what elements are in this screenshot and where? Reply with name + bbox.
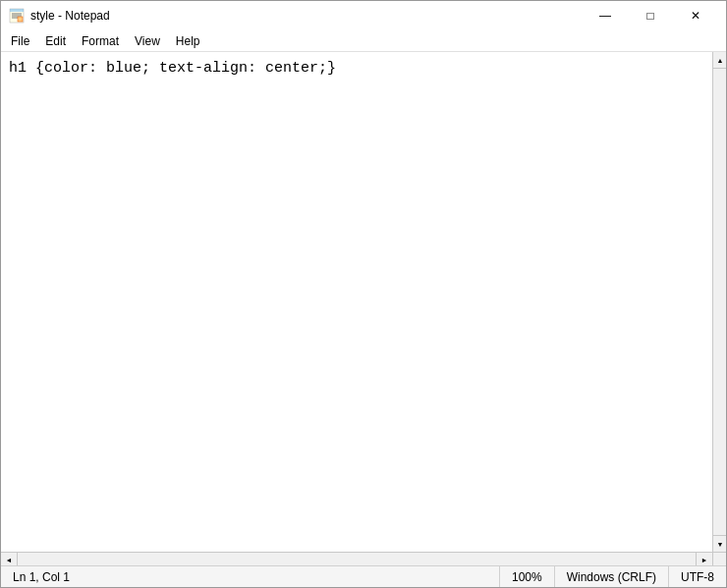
menu-edit[interactable]: Edit: [37, 30, 74, 52]
menu-file[interactable]: File: [3, 30, 37, 52]
scroll-down-button[interactable]: ▼: [713, 535, 726, 552]
horizontal-scrollbar-row: ◄ ►: [1, 552, 726, 565]
status-line-ending: Windows (CRLF): [555, 566, 669, 587]
line-ending: Windows (CRLF): [567, 570, 656, 584]
editor-wrapper: ▲ ▼ ◄ ►: [1, 52, 726, 565]
editor-scroll-area: ▲ ▼: [1, 52, 726, 552]
title-bar-left: style - Notepad: [9, 8, 110, 24]
status-encoding: UTF-8: [669, 566, 726, 587]
maximize-button[interactable]: □: [628, 1, 673, 30]
window-title: style - Notepad: [30, 9, 110, 23]
cursor-position: Ln 1, Col 1: [13, 570, 70, 584]
zoom-level: 100%: [512, 570, 542, 584]
svg-rect-5: [18, 17, 23, 22]
minimize-button[interactable]: —: [583, 1, 628, 30]
editor-textarea[interactable]: [1, 52, 712, 552]
vertical-scrollbar: ▲ ▼: [712, 52, 726, 552]
menu-view[interactable]: View: [127, 30, 168, 52]
scrollbar-corner: [712, 553, 726, 565]
encoding: UTF-8: [681, 570, 714, 584]
notepad-app-icon: [9, 8, 25, 24]
scroll-left-button[interactable]: ◄: [1, 553, 18, 565]
scroll-up-button[interactable]: ▲: [713, 52, 726, 69]
h-scroll-track[interactable]: [18, 553, 696, 565]
status-bar: Ln 1, Col 1 100% Windows (CRLF) UTF-8: [1, 565, 726, 587]
menu-format[interactable]: Format: [74, 30, 127, 52]
menu-bar: File Edit Format View Help: [1, 30, 726, 52]
text-area-wrapper: [1, 52, 712, 552]
scroll-right-button[interactable]: ►: [696, 553, 712, 565]
v-scroll-track[interactable]: [713, 69, 726, 535]
title-bar-controls: — □ ✕: [583, 1, 718, 30]
status-zoom: 100%: [500, 566, 555, 587]
close-button[interactable]: ✕: [673, 1, 718, 30]
menu-help[interactable]: Help: [168, 30, 208, 52]
svg-rect-1: [10, 9, 24, 12]
title-bar: style - Notepad — □ ✕: [1, 1, 726, 30]
notepad-window: style - Notepad — □ ✕ File Edit Format V…: [0, 0, 727, 588]
status-position: Ln 1, Col 1: [1, 566, 500, 587]
